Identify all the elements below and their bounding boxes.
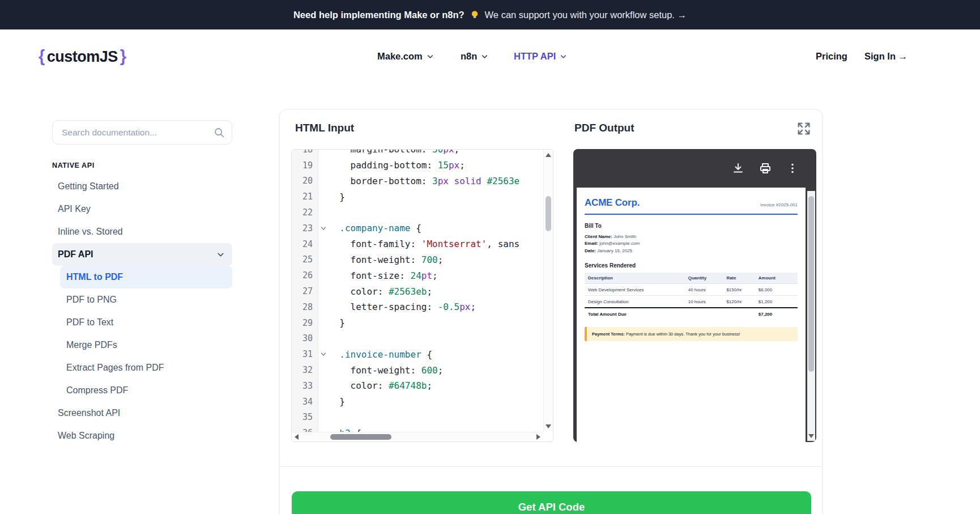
- invoice-field: Client Name: John Smith: [585, 233, 798, 240]
- scroll-left-arrow[interactable]: [295, 434, 299, 440]
- code-line-21: 21 }: [292, 189, 543, 205]
- code-line-28: 28 letter-spacing: -0.5px;: [292, 299, 543, 315]
- code-line-29: 29 }: [292, 315, 543, 331]
- download-icon[interactable]: [731, 162, 745, 175]
- sidebar-item-html-to-pdf[interactable]: HTML to PDF: [60, 266, 232, 288]
- bill-to-fields: Client Name: John SmithEmail: john@examp…: [585, 233, 798, 254]
- code-line-35: 35: [292, 410, 543, 426]
- table-header-description: Description: [585, 273, 685, 284]
- code-line-20: 20 border-bottom: 3px solid #2563e: [292, 173, 543, 189]
- pdf-page: ACME Corp. Invoice #2025-001 Bill To Cli…: [577, 188, 806, 442]
- lightbulb-icon: [470, 10, 480, 20]
- sidebar-item-web-scraping[interactable]: Web Scraping: [52, 424, 232, 447]
- code-line-26: 26 font-size: 24pt;: [292, 267, 543, 283]
- fold-chevron-icon[interactable]: [318, 352, 329, 356]
- code-line-18: 18 margin-bottom: 30px;: [292, 150, 543, 158]
- line-number: 25: [292, 252, 318, 268]
- code-line-32: 32 font-weight: 600;: [292, 362, 543, 378]
- playground-card: HTML Input PDF Output 18 margin-bottom: …: [279, 109, 823, 514]
- pdf-scroll-thumb[interactable]: [808, 196, 814, 372]
- search-input[interactable]: [52, 120, 232, 145]
- line-number: 30: [292, 331, 318, 347]
- sidebar-item-screenshot-api[interactable]: Screenshot API: [52, 402, 232, 424]
- pdf-output-title: PDF Output: [574, 122, 634, 134]
- logo-text: customJS: [47, 48, 118, 65]
- sidebar-item-pdf-to-text[interactable]: PDF to Text: [60, 311, 232, 334]
- code-scroll-area[interactable]: 18 margin-bottom: 30px;19 padding-bottom…: [292, 150, 543, 432]
- line-number: 35: [292, 410, 318, 426]
- line-number: 20: [292, 173, 318, 189]
- search-box: [52, 120, 232, 145]
- search-icon: [214, 127, 225, 138]
- invoice-company-name: ACME Corp.: [585, 197, 640, 209]
- code-line-33: 33 color: #64748b;: [292, 378, 543, 394]
- table-header-rate: Rate: [723, 273, 755, 284]
- editor-vertical-scrollbar[interactable]: [543, 150, 553, 432]
- code-line-23: 23 .company-name {: [292, 220, 543, 236]
- scroll-up-arrow[interactable]: [546, 153, 551, 157]
- sidebar-item-pdf-to-png[interactable]: PDF to PNG: [60, 288, 232, 311]
- sidebar-item-getting-started[interactable]: Getting Started: [52, 175, 232, 198]
- sidebar-section-label: NATIVE API: [52, 162, 232, 169]
- line-number: 29: [292, 315, 318, 331]
- horizontal-scroll-thumb[interactable]: [330, 434, 391, 440]
- sidebar-item-merge-pdfs[interactable]: Merge PDFs: [60, 334, 232, 356]
- pdf-toolbar: [573, 149, 816, 188]
- line-number: 32: [292, 362, 318, 378]
- chevron-down-icon: [426, 51, 434, 61]
- table-header-amount: Amount: [755, 273, 798, 284]
- line-number: 33: [292, 378, 318, 394]
- get-api-code-button[interactable]: Get API Code: [292, 491, 811, 514]
- sidebar-item-compress-pdf[interactable]: Compress PDF: [60, 379, 232, 402]
- more-vertical-icon[interactable]: [786, 162, 799, 175]
- line-number: 18: [292, 150, 318, 158]
- scroll-right-arrow[interactable]: [536, 434, 540, 440]
- nav-item-make-com[interactable]: Make.com: [377, 50, 434, 61]
- sidebar-item-extract-pages-from-pdf[interactable]: Extract Pages from PDF: [60, 356, 232, 379]
- payment-terms-note: Payment Terms: Payment is due within 30 …: [585, 327, 798, 341]
- nav-item-http-api[interactable]: HTTP API: [514, 50, 568, 61]
- sidebar-items: Getting StartedAPI KeyInline vs. StoredP…: [52, 175, 232, 447]
- logo-open-brace: {: [39, 46, 45, 65]
- sign-in-link[interactable]: Sign In →: [864, 50, 907, 61]
- nav-item-n8n[interactable]: n8n: [461, 50, 489, 61]
- pricing-link[interactable]: Pricing: [816, 50, 847, 61]
- code-line-36: 36 h2 {: [292, 425, 543, 432]
- invoice-field: Email: john@example.com: [585, 240, 798, 247]
- table-row: Web Development Services40 hours$150/hr$…: [585, 284, 798, 296]
- html-input-title: HTML Input: [295, 122, 354, 134]
- chevron-down-icon: [480, 51, 489, 61]
- code-line-30: 30: [292, 331, 543, 347]
- line-number: 23: [292, 220, 318, 236]
- code-line-25: 25 font-weight: 700;: [292, 252, 543, 268]
- banner-text: We can support you with your workflow se…: [485, 10, 687, 20]
- line-number: 24: [292, 236, 318, 252]
- pdf-scroll-down-arrow[interactable]: [808, 434, 814, 438]
- scroll-down-arrow[interactable]: [546, 424, 551, 428]
- code-line-27: 27 color: #2563eb;: [292, 283, 543, 299]
- logo-close-brace: }: [120, 46, 126, 65]
- invoice-field: Date: January 15, 2025: [585, 248, 798, 254]
- services-heading: Services Rendered: [585, 262, 798, 269]
- pdf-scrollbar[interactable]: [807, 191, 815, 441]
- editor-horizontal-scrollbar[interactable]: [292, 432, 543, 441]
- sidebar-item-inline-vs-stored[interactable]: Inline vs. Stored: [52, 220, 232, 243]
- fold-chevron-icon[interactable]: [318, 226, 329, 231]
- promo-banner: Need help implementing Make or n8n? We c…: [0, 0, 980, 29]
- invoice-number: Invoice #2025-001: [760, 202, 798, 209]
- chevron-down-icon: [559, 51, 568, 61]
- line-number: 26: [292, 267, 318, 283]
- code-line-22: 22: [292, 205, 543, 220]
- line-number: 34: [292, 394, 318, 410]
- invoice-header: ACME Corp. Invoice #2025-001: [585, 197, 798, 215]
- pdf-preview-viewer: ACME Corp. Invoice #2025-001 Bill To Cli…: [573, 149, 816, 442]
- sidebar-item-pdf-api[interactable]: PDF API: [52, 243, 232, 266]
- print-icon[interactable]: [759, 162, 772, 175]
- vertical-scroll-thumb[interactable]: [546, 196, 551, 231]
- code-line-24: 24 font-family: 'Montserrat', sans: [292, 236, 543, 252]
- code-editor[interactable]: 18 margin-bottom: 30px;19 padding-bottom…: [291, 149, 553, 442]
- brand-logo[interactable]: {customJS}: [39, 46, 126, 65]
- expand-icon[interactable]: [796, 121, 812, 137]
- sidebar-item-api-key[interactable]: API Key: [52, 198, 232, 220]
- line-number: 31: [292, 346, 318, 362]
